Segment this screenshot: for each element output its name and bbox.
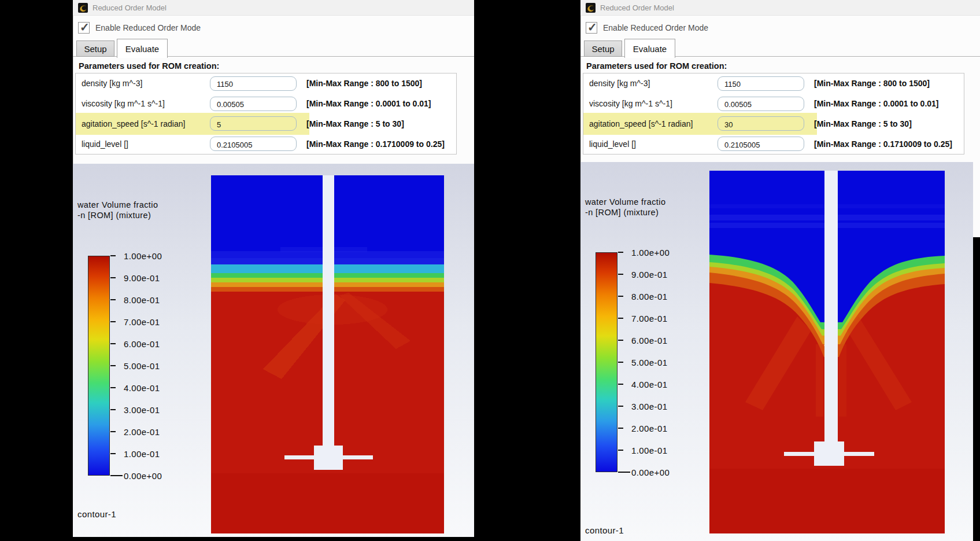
tick-mark-icon <box>110 299 116 300</box>
param-row-liquid-level: liquid_level [] [Min-Max Range : 0.17100… <box>76 134 456 154</box>
enable-rom-checkbox[interactable] <box>78 22 90 34</box>
colorbar-tick-label: 1.00e-01 <box>631 446 667 455</box>
colorbar-tick-row: 9.00e-01 <box>110 272 226 284</box>
contour-viewport: water Volume fractio -n [ROM] (mixture) … <box>73 164 474 537</box>
param-minmax: [Min-Max Range : 800 to 1500] <box>306 79 422 88</box>
param-label: liquid_level [] <box>82 139 210 149</box>
window-title: Reduced Order Model <box>600 3 674 12</box>
param-row-viscosity: viscosity [kg m^-1 s^-1] [Min-Max Range … <box>583 94 964 114</box>
tab-evaluate[interactable]: Evaluate <box>624 39 675 58</box>
viscosity-input[interactable] <box>210 97 297 111</box>
colorbar-tick-label: 4.00e-01 <box>124 383 160 393</box>
rom-panel-right: Reduced Order Model Enable Reduced Order… <box>580 0 980 541</box>
tab-bar: Setup Evaluate <box>584 38 675 57</box>
tick-mark-icon <box>618 274 623 275</box>
colorbar-tick-row: 6.00e-01 <box>110 338 226 349</box>
params-box: density [kg m^-3] [Min-Max Range : 800 t… <box>75 73 457 154</box>
colorbar-tick-label: 1.00e+00 <box>631 248 670 257</box>
contour-legend-title: water Volume fractio -n [ROM] (mixture) <box>585 197 665 218</box>
tick-mark-icon <box>618 472 630 473</box>
tab-evaluate[interactable]: Evaluate <box>117 39 168 58</box>
fluent-app-icon <box>78 3 88 13</box>
tick-mark-icon <box>110 431 116 432</box>
param-label: agitation_speed [s^-1 radian] <box>82 119 210 128</box>
params-header: Parameters used for ROM creation: <box>79 61 219 71</box>
colorbar-tick-label: 5.00e-01 <box>124 361 160 371</box>
tick-mark-icon <box>618 450 623 451</box>
param-row-agitation-speed: agitation_speed [s^-1 radian] [Min-Max R… <box>76 114 456 134</box>
tick-mark-icon <box>110 409 116 410</box>
tab-setup[interactable]: Setup <box>76 41 114 57</box>
tab-bar: Setup Evaluate <box>76 38 168 57</box>
colorbar-tick-row: 7.00e-01 <box>110 316 226 327</box>
enable-rom-label: Enable Reduced Order Mode <box>603 23 708 32</box>
tick-mark-icon <box>110 475 123 476</box>
colorbar-tick-row: 1.00e+00 <box>110 250 226 262</box>
viscosity-input[interactable] <box>718 97 804 111</box>
colorbar-tick-label: 5.00e-01 <box>631 358 667 367</box>
fluent-app-icon <box>586 3 596 13</box>
window-title: Reduced Order Model <box>93 3 167 12</box>
param-minmax: [Min-Max Range : 5 to 30] <box>306 119 404 128</box>
param-label: viscosity [kg m^-1 s^-1] <box>589 99 718 108</box>
tick-mark-icon <box>110 321 116 322</box>
contour-viewport: water Volume fractio -n [ROM] (mixture) … <box>580 162 973 541</box>
contour-name-label: contour-1 <box>585 525 624 535</box>
tick-mark-icon <box>618 318 623 319</box>
param-label: viscosity [kg m^-1 s^-1] <box>82 99 210 108</box>
agitation-speed-input[interactable] <box>718 116 804 131</box>
tick-mark-icon <box>618 340 623 341</box>
liquid-level-input[interactable] <box>210 137 297 151</box>
colorbar-tick-label: 7.00e-01 <box>124 317 160 327</box>
tick-mark-icon <box>110 255 116 256</box>
agitation-speed-input[interactable] <box>210 116 297 131</box>
colorbar-tick-label: 2.00e-01 <box>631 424 667 433</box>
enable-rom-checkbox[interactable] <box>586 22 597 34</box>
colorbar-tick-label: 7.00e-01 <box>631 314 667 323</box>
contour-name-label: contour-1 <box>77 509 116 519</box>
liquid-level-input[interactable] <box>718 137 804 151</box>
tank-contour-plot <box>211 175 444 533</box>
tick-mark-icon <box>110 453 116 454</box>
tick-mark-icon <box>618 428 623 429</box>
enable-rom-label: Enable Reduced Order Mode <box>95 23 201 32</box>
density-input[interactable] <box>210 76 297 91</box>
colorbar <box>596 252 617 472</box>
colorbar-tick-label: 6.00e-01 <box>124 339 160 349</box>
params-header: Parameters used for ROM creation: <box>586 61 727 71</box>
enable-rom-row: Enable Reduced Order Mode <box>78 22 201 34</box>
colorbar-tick-label: 0.00e+00 <box>124 471 162 481</box>
params-box: density [kg m^-3] [Min-Max Range : 800 t… <box>583 73 964 154</box>
colorbar-tick-label: 1.00e+00 <box>124 251 162 261</box>
colorbar-tick-label: 3.00e-01 <box>631 402 667 411</box>
colorbar-tick-row: 4.00e-01 <box>110 382 226 393</box>
tick-mark-icon <box>110 365 116 366</box>
colorbar-tick-label: 2.00e-01 <box>124 427 160 437</box>
window-titlebar: Reduced Order Model <box>73 0 474 16</box>
param-row-liquid-level: liquid_level [] [Min-Max Range : 0.17100… <box>583 134 964 154</box>
colorbar-tick-row: 0.00e+00 <box>110 470 226 481</box>
param-row-viscosity: viscosity [kg m^-1 s^-1] [Min-Max Range … <box>76 94 456 114</box>
param-minmax: [Min-Max Range : 0.0001 to 0.01] <box>814 99 939 108</box>
enable-rom-row: Enable Reduced Order Mode <box>586 22 708 34</box>
tab-setup[interactable]: Setup <box>584 41 622 57</box>
colorbar-tick-label: 9.00e-01 <box>124 273 160 283</box>
param-minmax: [Min-Max Range : 800 to 1500] <box>814 79 930 88</box>
colorbar <box>88 256 110 476</box>
param-minmax: [Min-Max Range : 0.1710009 to 0.25] <box>814 139 952 149</box>
param-minmax: [Min-Max Range : 0.1710009 to 0.25] <box>306 139 445 149</box>
screenshot-black-edge <box>973 237 980 541</box>
colorbar-tick-label: 8.00e-01 <box>631 292 667 301</box>
tick-mark-icon <box>110 277 116 278</box>
colorbar-tick-label: 3.00e-01 <box>124 405 160 415</box>
colorbar-tick-label: 4.00e-01 <box>631 380 667 389</box>
window-titlebar: Reduced Order Model <box>580 0 980 16</box>
colorbar-tick-row: 1.00e-01 <box>110 448 226 459</box>
colorbar-tick-row: 3.00e-01 <box>110 404 226 415</box>
param-minmax: [Min-Max Range : 0.0001 to 0.01] <box>306 99 431 108</box>
density-input[interactable] <box>718 76 804 91</box>
colorbar-tick-row: 8.00e-01 <box>110 294 226 306</box>
param-label: agitation_speed [s^-1 radian] <box>589 119 718 128</box>
colorbar-tick-label: 6.00e-01 <box>631 336 667 345</box>
contour-legend-title: water Volume fractio -n [ROM] (mixture) <box>77 200 158 220</box>
